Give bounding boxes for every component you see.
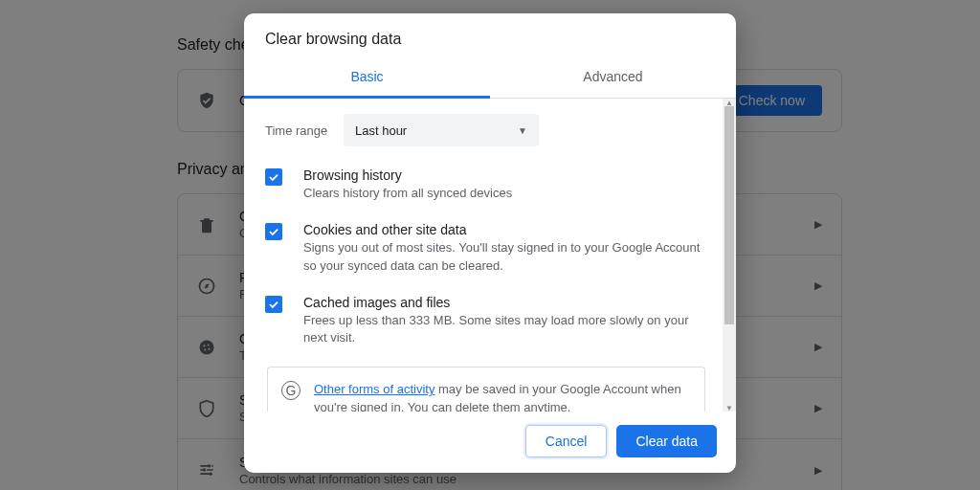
- tab-basic[interactable]: Basic: [244, 57, 490, 99]
- scroll-down-icon[interactable]: ▼: [723, 404, 736, 412]
- account-activity-note: G Other forms of activity may be saved i…: [267, 367, 705, 412]
- caret-down-icon: ▼: [518, 125, 527, 136]
- checkbox-cache[interactable]: [265, 296, 282, 313]
- item-sub: Frees up less than 333 MB. Some sites ma…: [303, 312, 702, 348]
- clear-data-button[interactable]: Clear data: [616, 425, 717, 457]
- dialog-tabs: Basic Advanced: [244, 57, 736, 99]
- item-sub: Clears history from all synced devices: [303, 185, 512, 203]
- tab-advanced[interactable]: Advanced: [490, 57, 736, 98]
- scrollbar[interactable]: ▲ ▼: [723, 99, 736, 412]
- item-title: Cached images and files: [303, 295, 702, 310]
- time-range-select[interactable]: Last hour ▼: [344, 114, 539, 146]
- checkbox-browsing-history[interactable]: [265, 168, 282, 186]
- item-sub: Signs you out of most sites. You'll stay…: [303, 239, 702, 276]
- item-title: Browsing history: [303, 167, 512, 183]
- scrollbar-thumb[interactable]: [724, 106, 734, 324]
- cancel-button[interactable]: Cancel: [525, 425, 608, 457]
- google-g-icon: G: [281, 381, 301, 400]
- checkbox-cookies[interactable]: [265, 223, 282, 240]
- time-range-value: Last hour: [355, 123, 407, 138]
- time-range-label: Time range: [265, 123, 344, 138]
- dialog-title: Clear browsing data: [244, 13, 736, 57]
- item-title: Cookies and other site data: [303, 222, 702, 237]
- clear-browsing-data-dialog: Clear browsing data Basic Advanced Time …: [244, 13, 736, 473]
- other-activity-link[interactable]: Other forms of activity: [314, 382, 434, 396]
- scroll-up-icon[interactable]: ▲: [723, 99, 736, 106]
- dialog-body: Time range Last hour ▼ Browsing history …: [244, 99, 723, 412]
